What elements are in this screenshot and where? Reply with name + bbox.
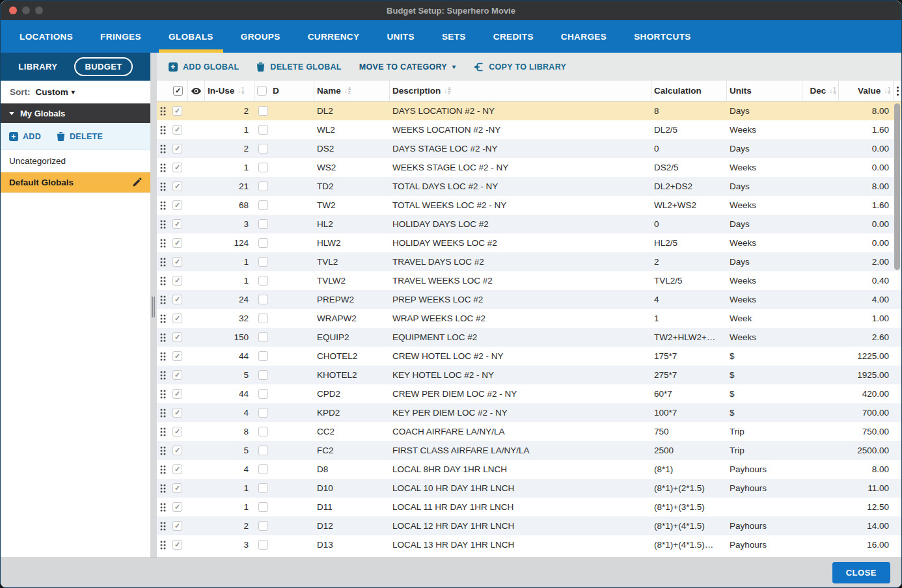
row-include-checkbox[interactable]	[172, 219, 182, 229]
value-cell[interactable]: 16.00	[839, 535, 894, 554]
tab-units[interactable]: UNITS	[382, 20, 419, 53]
description-cell[interactable]: LOCAL 11 HR DAY 1HR LNCH	[390, 498, 651, 516]
units-cell[interactable]: Week	[727, 309, 802, 328]
value-cell[interactable]: 2500.00	[839, 441, 894, 460]
units-cell[interactable]: Weeks	[727, 328, 802, 347]
calculation-cell[interactable]: 100*7	[651, 403, 727, 422]
row-d-checkbox[interactable]	[258, 163, 268, 172]
value-column-header[interactable]: Value ↓19	[839, 81, 894, 101]
minimize-window-icon[interactable]	[22, 7, 30, 14]
move-to-category-dropdown[interactable]: MOVE TO CATEGORY ▾	[359, 62, 456, 72]
row-include-checkbox[interactable]	[172, 408, 182, 418]
dec-cell[interactable]	[802, 422, 839, 441]
table-row[interactable]: 4 D8 LOCAL 8HR DAY 1HR LNCH (8*1) Payhou…	[157, 460, 901, 479]
row-include-checkbox[interactable]	[172, 502, 182, 512]
calculation-cell[interactable]: (8*1)+(3*1.5)	[651, 498, 727, 516]
my-globals-section-header[interactable]: My Globals	[1, 103, 150, 123]
sort-dropdown[interactable]: Custom ▾	[36, 87, 75, 97]
value-cell[interactable]: 0.40	[839, 271, 894, 290]
name-cell[interactable]: D11	[314, 498, 390, 516]
name-cell[interactable]: TVLW2	[314, 271, 390, 290]
units-cell[interactable]: Trip	[727, 441, 802, 460]
row-include-checkbox[interactable]	[172, 332, 182, 342]
row-include-checkbox[interactable]	[172, 540, 182, 550]
table-row[interactable]: 1 TVLW2 TRAVEL WEEKS LOC #2 TVL2/5 Weeks…	[157, 271, 901, 290]
calculation-cell[interactable]: WL2+WS2	[651, 196, 727, 215]
name-cell[interactable]: CC2	[314, 422, 390, 441]
select-all-checkbox[interactable]	[173, 86, 183, 96]
table-row[interactable]: 2 DL2 DAYS LOCATION #2 - NY 8 Days 8.00	[157, 101, 901, 120]
drag-handle-icon[interactable]	[160, 107, 166, 116]
value-cell[interactable]: 0.00	[839, 158, 894, 177]
calculation-cell[interactable]: HL2/5	[651, 234, 727, 252]
units-cell[interactable]	[727, 498, 802, 516]
table-row[interactable]: 5 FC2 FIRST CLASS AIRFARE LA/NY/LA 2500 …	[157, 441, 901, 460]
units-cell[interactable]: Weeks	[727, 158, 802, 177]
table-row[interactable]: 150 EQUIP2 EQUIPMENT LOC #2 TW2+HLW2+… W…	[157, 328, 901, 347]
name-cell[interactable]: D13	[314, 535, 390, 554]
calculation-cell[interactable]: 4	[651, 290, 727, 309]
description-cell[interactable]: COACH AIRFARE LA/NY/LA	[390, 422, 651, 441]
row-d-checkbox[interactable]	[258, 521, 268, 531]
drag-handle-icon[interactable]	[160, 446, 166, 455]
drag-handle-icon[interactable]	[160, 427, 166, 436]
row-include-checkbox[interactable]	[172, 483, 182, 493]
name-cell[interactable]: D8	[314, 460, 390, 479]
value-cell[interactable]: 1.60	[839, 120, 894, 139]
table-row[interactable]: 2 DS2 DAYS STAGE LOC #2 -NY 0 Days 0.00	[157, 139, 901, 158]
name-cell[interactable]: D10	[314, 479, 390, 498]
row-d-checkbox[interactable]	[258, 200, 268, 210]
drag-handle-icon[interactable]	[160, 295, 166, 304]
row-include-checkbox[interactable]	[172, 144, 182, 154]
table-row[interactable]: 1 D11 LOCAL 11 HR DAY 1HR LNCH (8*1)+(3*…	[157, 498, 901, 516]
calculation-cell[interactable]: (8*1)+(4*1.5)	[651, 516, 727, 535]
row-include-checkbox[interactable]	[172, 351, 182, 361]
d-select-all-checkbox[interactable]	[257, 86, 267, 96]
table-row[interactable]: 1 WS2 WEEKS STAGE LOC #2 - NY DS2/5 Week…	[157, 158, 901, 177]
table-row[interactable]: 5 KHOTEL2 KEY HOTEL LOC #2 - NY 275*7 $ …	[157, 366, 901, 384]
description-cell[interactable]: CREW PER DIEM LOC #2 - NY	[390, 384, 651, 403]
drag-handle-icon[interactable]	[160, 239, 166, 248]
row-d-checkbox[interactable]	[258, 464, 268, 474]
row-include-checkbox[interactable]	[172, 427, 182, 436]
value-cell[interactable]: 1.00	[839, 309, 894, 328]
row-include-checkbox[interactable]	[172, 521, 182, 531]
table-row[interactable]: 3 D13 LOCAL 13 HR DAY 1HR LNCH (8*1)+(4*…	[157, 535, 901, 554]
value-cell[interactable]: 0.00	[839, 215, 894, 234]
description-cell[interactable]: LOCAL 13 HR DAY 1HR LNCH	[390, 535, 651, 554]
table-row[interactable]: 1 D10 LOCAL 10 HR DAY 1HR LNCH (8*1)+(2*…	[157, 479, 901, 498]
table-row[interactable]: 1 WL2 WEEKS LOCATION #2 -NY DL2/5 Weeks …	[157, 120, 901, 139]
drag-handle-icon[interactable]	[160, 220, 166, 229]
description-cell[interactable]: WEEKS STAGE LOC #2 - NY	[390, 158, 651, 177]
delete-global-button[interactable]: DELETE GLOBAL	[256, 62, 341, 72]
value-cell[interactable]: 8.00	[839, 177, 894, 196]
category-list-item[interactable]: Default Globals	[1, 172, 150, 193]
dec-cell[interactable]	[802, 441, 839, 460]
row-include-checkbox[interactable]	[172, 314, 182, 323]
drag-handle-icon[interactable]	[160, 465, 166, 474]
description-cell[interactable]: LOCAL 10 HR DAY 1HR LNCH	[390, 479, 651, 498]
calculation-cell[interactable]: 275*7	[651, 366, 727, 384]
row-include-checkbox[interactable]	[172, 181, 182, 191]
drag-handle-icon[interactable]	[160, 503, 166, 512]
calculation-cell[interactable]: DL2/5	[651, 120, 727, 139]
value-cell[interactable]: 0.00	[839, 234, 894, 252]
row-d-checkbox[interactable]	[258, 106, 268, 116]
dec-cell[interactable]	[802, 177, 839, 196]
value-cell[interactable]: 1925.00	[839, 366, 894, 384]
row-d-checkbox[interactable]	[258, 144, 268, 154]
units-cell[interactable]: Weeks	[727, 196, 802, 215]
units-cell[interactable]: Weeks	[727, 271, 802, 290]
description-cell[interactable]: PREP WEEKS LOC #2	[390, 290, 651, 309]
drag-handle-icon[interactable]	[160, 144, 166, 154]
eye-icon[interactable]	[191, 87, 202, 95]
tab-locations[interactable]: LOCATIONS	[15, 20, 77, 53]
drag-handle-icon[interactable]	[160, 314, 166, 323]
name-cell[interactable]: TD2	[314, 177, 390, 196]
calculation-cell[interactable]: 1	[651, 309, 727, 328]
row-d-checkbox[interactable]	[258, 408, 268, 418]
tab-currency[interactable]: CURRENCY	[303, 20, 364, 53]
description-cell[interactable]: WRAP WEEKS LOC #2	[390, 309, 651, 328]
units-cell[interactable]: $	[727, 347, 802, 366]
units-cell[interactable]: Payhours	[727, 479, 802, 498]
